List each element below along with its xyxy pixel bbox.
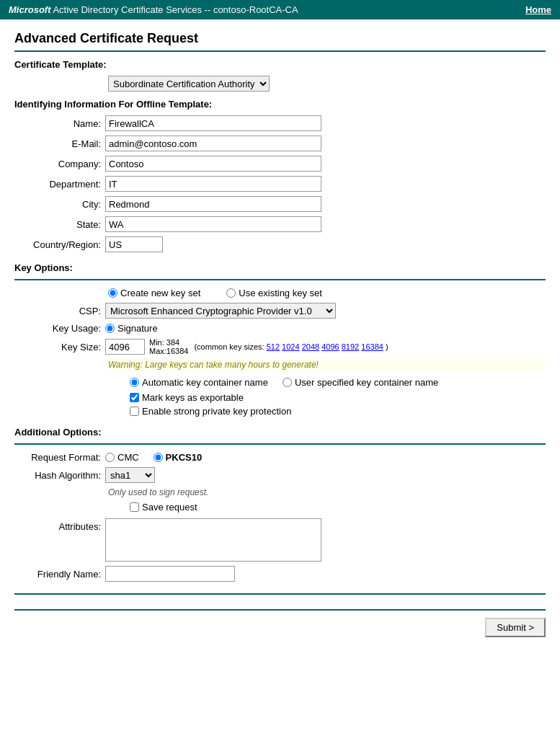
save-request-label: Save request: [142, 502, 197, 513]
request-format-row: Request Format: CMC PKCS10: [14, 452, 546, 463]
cert-template-label: Certificate Template:: [14, 59, 546, 70]
csp-row: CSP: Microsoft Enhanced Cryptographic Pr…: [14, 303, 546, 319]
state-row: State:: [14, 216, 546, 232]
key-usage-signature-label: Signature: [117, 323, 158, 334]
use-existing-key-label: Use existing key set: [239, 288, 322, 298]
title-divider: [14, 50, 546, 52]
city-row: City:: [14, 196, 546, 212]
state-input[interactable]: [105, 216, 321, 232]
auto-key-container-radio[interactable]: [130, 378, 139, 387]
mark-exportable-checkbox[interactable]: [130, 393, 139, 402]
hash-algorithm-row: Hash Algorithm: sha1 sha256 md5: [14, 467, 546, 483]
header-title: Microsoft Active Directory Certificate S…: [9, 4, 298, 15]
main-content: Advanced Certificate Request Certificate…: [0, 19, 560, 649]
header-title-main: Active Directory Certificate Services --…: [51, 4, 298, 15]
user-key-container-label: User specified key container name: [295, 377, 438, 388]
key-set-radio-row: Create new key set Use existing key set: [108, 288, 546, 298]
country-input[interactable]: [105, 236, 163, 252]
key-size-warning: Warning: Large keys can take many hours …: [108, 358, 546, 371]
auto-key-container-label: Automatic key container name: [142, 377, 268, 388]
department-row: Department:: [14, 176, 546, 192]
mark-exportable-row: Mark keys as exportable: [130, 392, 546, 403]
csp-select[interactable]: Microsoft Enhanced Cryptographic Provide…: [105, 303, 336, 319]
hash-algorithm-select[interactable]: sha1 sha256 md5: [105, 467, 155, 483]
friendly-name-label: Friendly Name:: [14, 569, 101, 580]
key-usage-signature-radio[interactable]: [105, 324, 115, 333]
hash-note: Only used to sign request.: [108, 487, 546, 497]
csp-label: CSP:: [14, 306, 101, 316]
header-brand: Microsoft: [9, 4, 51, 15]
company-label: Company:: [14, 159, 101, 169]
key-size-input[interactable]: [105, 339, 145, 355]
company-row: Company:: [14, 156, 546, 172]
attributes-textarea[interactable]: [105, 518, 321, 562]
cmc-label: CMC: [117, 452, 139, 463]
key-size-4096-link[interactable]: 4096: [321, 342, 339, 351]
key-size-8192-link[interactable]: 8192: [342, 342, 359, 351]
submit-divider: [14, 593, 546, 595]
hash-algorithm-label: Hash Algorithm:: [14, 470, 101, 481]
key-size-min: Min: 384 Max:16384: [149, 338, 188, 355]
pkcs10-radio[interactable]: [154, 453, 163, 462]
key-usage-row: Key Usage: Signature: [14, 323, 546, 334]
save-request-checkbox[interactable]: [130, 502, 139, 512]
city-input[interactable]: [105, 196, 321, 212]
country-row: Country/Region:: [14, 236, 546, 252]
enable-strong-protection-label: Enable strong private key protection: [142, 406, 291, 417]
name-row: Name:: [14, 115, 546, 131]
create-new-key-radio[interactable]: [108, 288, 117, 298]
user-key-container-radio[interactable]: [283, 378, 292, 387]
additional-options-divider: [14, 443, 546, 445]
key-size-row: Key Size: Min: 384 Max:16384 (common key…: [14, 338, 546, 355]
email-row: E-Mail:: [14, 136, 546, 151]
cert-template-select[interactable]: Subordinate Certification Authority User…: [108, 76, 270, 92]
strong-protection-row: Enable strong private key protection: [130, 406, 546, 417]
state-label: State:: [14, 219, 101, 230]
company-input[interactable]: [105, 156, 321, 172]
header: Microsoft Active Directory Certificate S…: [0, 0, 560, 19]
pkcs10-label: PKCS10: [166, 452, 203, 463]
friendly-name-row: Friendly Name:: [14, 566, 546, 582]
mark-exportable-label: Mark keys as exportable: [142, 392, 244, 403]
country-label: Country/Region:: [14, 239, 101, 250]
department-input[interactable]: [105, 176, 321, 192]
city-label: City:: [14, 199, 101, 210]
key-size-512-link[interactable]: 512: [267, 342, 280, 351]
additional-options-label: Additional Options:: [14, 427, 546, 438]
submit-row: Submit >: [14, 609, 546, 637]
key-size-2048-link[interactable]: 2048: [302, 342, 319, 351]
page-title: Advanced Certificate Request: [14, 31, 546, 46]
email-label: E-Mail:: [14, 138, 101, 149]
key-size-1024-link[interactable]: 1024: [282, 342, 299, 351]
key-size-16384-link[interactable]: 16384: [361, 342, 383, 351]
home-link[interactable]: Home: [525, 4, 551, 15]
key-size-links: (common key sizes: 512 1024 2048 4096 81…: [194, 342, 388, 351]
key-container-radio-row: Automatic key container name User specif…: [130, 377, 546, 388]
friendly-name-input[interactable]: [105, 566, 235, 582]
key-options-label: Key Options:: [14, 262, 546, 273]
attributes-row: Attributes:: [14, 518, 546, 562]
department-label: Department:: [14, 179, 101, 190]
create-new-key-label: Create new key set: [120, 288, 200, 298]
key-size-label: Key Size:: [14, 342, 101, 352]
attributes-label: Attributes:: [14, 518, 101, 532]
identifying-info-label: Identifying Information For Offline Temp…: [14, 99, 546, 110]
use-existing-key-radio[interactable]: [226, 288, 236, 298]
key-usage-label: Key Usage:: [14, 323, 101, 334]
cert-template-row: Subordinate Certification Authority User…: [108, 76, 546, 92]
submit-button[interactable]: Submit >: [485, 618, 546, 637]
name-input[interactable]: [105, 115, 321, 131]
name-label: Name:: [14, 118, 101, 129]
cmc-radio[interactable]: [105, 453, 115, 462]
enable-strong-protection-checkbox[interactable]: [130, 407, 139, 416]
request-format-label: Request Format:: [14, 452, 101, 463]
email-input[interactable]: [105, 136, 321, 151]
key-options-divider: [14, 279, 546, 280]
save-request-row: Save request: [130, 502, 546, 513]
